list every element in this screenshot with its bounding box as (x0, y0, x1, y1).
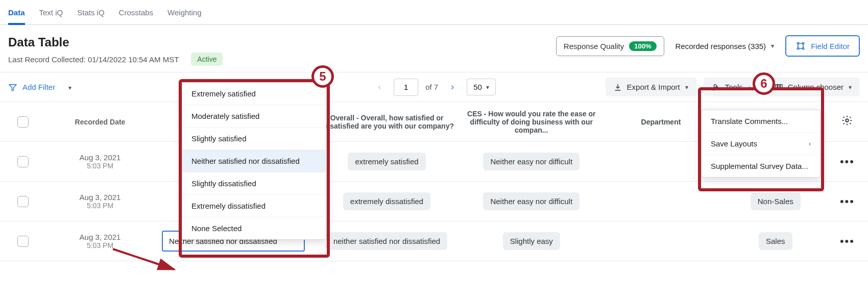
tenure-chip: Sales (759, 232, 792, 250)
status-badge: Active (191, 53, 223, 66)
row-more-icon[interactable]: ••• (840, 155, 855, 168)
add-filter-label: Add Filter (22, 83, 55, 91)
row-checkbox[interactable] (17, 156, 29, 167)
add-filter-button[interactable]: Add Filter (8, 83, 55, 92)
table-row: Aug 3, 2021 5:03 PM extremely dissatisfi… (0, 182, 868, 221)
tools-menu-label: Supplemental Survey Data... (711, 162, 808, 170)
row-more-icon[interactable]: ••• (840, 195, 855, 208)
tab-stats-iq[interactable]: Stats iQ (77, 8, 104, 24)
chevron-down-icon: ▾ (849, 84, 852, 91)
page-size-dropdown[interactable]: 50 ▾ (467, 79, 496, 95)
tab-data[interactable]: Data (8, 8, 25, 25)
row-more-icon[interactable]: ••• (840, 235, 855, 247)
ces-chip: Neither easy nor difficult (483, 192, 580, 210)
nps-option[interactable]: Slightly satisfied (182, 128, 326, 150)
overall-chip: extremely dissatisfied (343, 192, 430, 210)
svg-rect-4 (776, 84, 777, 90)
wrench-icon (712, 83, 720, 91)
callout-badge-5: 5 (311, 65, 334, 88)
table-settings-gear-icon[interactable] (841, 117, 853, 128)
row-date: Aug 3, 2021 (42, 233, 158, 241)
overall-chip: neither satisfied nor dissatisfied (326, 232, 447, 250)
table-row: Aug 3, 2021 5:03 PM Neither satisfied no… (0, 221, 868, 261)
row-checkbox[interactable] (17, 236, 29, 247)
svg-point-3 (802, 47, 804, 49)
field-editor-icon (795, 41, 806, 51)
chevron-down-icon: ▾ (771, 42, 774, 49)
svg-point-1 (802, 42, 804, 44)
nps-option[interactable]: None Selected (182, 217, 326, 239)
row-time: 5:03 PM (42, 162, 158, 170)
filter-dropdown-toggle[interactable]: ▾ (63, 80, 77, 94)
tools-button[interactable]: Tools ▴ (704, 78, 759, 96)
nps-option[interactable]: Extremely dissatisfied (182, 195, 326, 217)
download-icon (614, 83, 622, 91)
tools-menu-item-supplemental[interactable]: Supplemental Survey Data... (702, 155, 820, 177)
column-chooser-button[interactable]: Column chooser ▾ (766, 78, 860, 96)
chevron-down-icon: ▾ (68, 84, 71, 91)
page-number-input[interactable] (394, 79, 418, 96)
tab-weighting[interactable]: Weighting (167, 8, 201, 24)
page-of-label: of 7 (425, 83, 438, 91)
tab-crosstabs[interactable]: Crosstabs (119, 8, 154, 24)
ces-chip: Slightly easy (503, 232, 560, 250)
row-date: Aug 3, 2021 (42, 153, 158, 162)
select-all-checkbox[interactable] (17, 116, 29, 128)
title-block: Data Table Last Record Collected: 01/14/… (8, 35, 223, 66)
recorded-responses-dropdown[interactable]: Recorded responses (335) ▾ (676, 42, 775, 51)
overall-chip: extremely satisfied (348, 153, 425, 170)
svg-rect-6 (780, 84, 782, 90)
tab-text-iq[interactable]: Text iQ (39, 8, 63, 24)
page-next-button[interactable]: › (445, 82, 460, 92)
response-quality-value: 100% (629, 41, 656, 51)
nps-option[interactable]: Slightly dissatisfied (182, 172, 326, 195)
columns-icon (775, 83, 783, 91)
page-title: Data Table (8, 35, 223, 49)
recorded-responses-label: Recorded responses (335) (676, 42, 766, 51)
row-time: 5:03 PM (42, 241, 158, 250)
response-quality-button[interactable]: Response Quality 100% (556, 36, 664, 56)
tools-menu: Translate Comments... Save Layouts › Sup… (701, 110, 821, 178)
nps-option[interactable]: Extremely satisfied (182, 83, 326, 105)
export-import-button[interactable]: Export & Import ▾ (606, 78, 696, 96)
row-time: 5:03 PM (42, 202, 158, 210)
chevron-up-icon: ▴ (748, 84, 751, 91)
export-import-label: Export & Import (627, 83, 680, 91)
toolbar-right: Export & Import ▾ Tools ▴ Column chooser… (606, 78, 860, 96)
chevron-down-icon: ▾ (486, 84, 489, 91)
tools-menu-label: Save Layouts (711, 139, 757, 148)
response-quality-label: Response Quality (564, 42, 624, 51)
tools-menu-item-save-layouts[interactable]: Save Layouts › (702, 133, 820, 155)
row-checkbox[interactable] (17, 196, 29, 207)
field-editor-button[interactable]: Field Editor (785, 35, 860, 57)
col-header-recorded-date[interactable]: Recorded Date (42, 118, 158, 126)
row-date: Aug 3, 2021 (42, 193, 158, 202)
svg-point-0 (797, 42, 799, 44)
page-size-value: 50 (473, 83, 482, 91)
svg-point-7 (846, 119, 849, 122)
tenure-chip: Non-Sales (751, 192, 801, 210)
col-header-ces[interactable]: CES - How would you rate the ease or dif… (461, 110, 601, 134)
nps-option[interactable]: Neither satisfied nor dissatisfied (182, 150, 326, 172)
tools-menu-label: Translate Comments... (711, 117, 788, 126)
field-editor-label: Field Editor (811, 42, 850, 51)
pagination: ‹ of 7 › 50 ▾ (372, 79, 496, 96)
ces-chip: Neither easy nor difficult (483, 153, 580, 170)
chevron-right-icon: › (809, 140, 811, 147)
svg-point-2 (797, 47, 799, 49)
filter-icon (8, 83, 17, 92)
tools-label: Tools (725, 83, 743, 91)
nps-option[interactable]: Moderately satisfied (182, 105, 326, 128)
tools-menu-item-translate[interactable]: Translate Comments... (702, 110, 820, 133)
svg-rect-5 (778, 84, 779, 90)
page-header: Data Table Last Record Collected: 01/14/… (0, 25, 868, 72)
header-actions: Response Quality 100% Recorded responses… (556, 35, 860, 57)
page-prev-button[interactable]: ‹ (372, 82, 387, 92)
table-toolbar: Add Filter ▾ ‹ of 7 › 50 ▾ Export & Impo… (0, 72, 868, 102)
top-tabs: Data Text iQ Stats iQ Crosstabs Weightin… (0, 0, 868, 25)
chevron-down-icon: ▾ (685, 84, 688, 91)
nps-options-dropdown: Extremely satisfied Moderately satisfied… (182, 82, 326, 240)
callout-badge-6: 6 (753, 72, 775, 95)
col-header-overall[interactable]: Overall - Overall, how satisfied or diss… (317, 114, 457, 130)
col-header-department[interactable]: Department (606, 118, 716, 126)
